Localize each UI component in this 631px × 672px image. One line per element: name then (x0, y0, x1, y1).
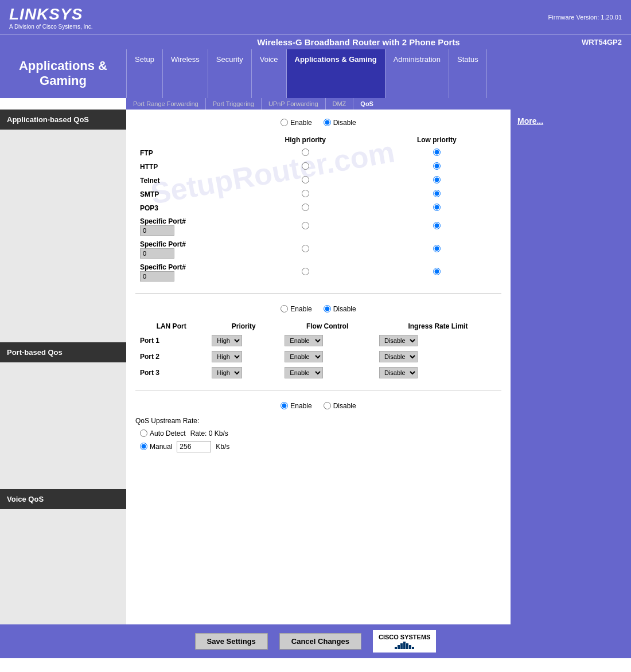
manual-radio[interactable] (140, 443, 147, 450)
port-qos-enable-radio[interactable] (281, 305, 288, 312)
app-qos-section: Enable Disable High priority Low priorit… (135, 119, 501, 294)
specific-port1-label: Specific Port# (135, 215, 239, 238)
table-row: FTP (135, 146, 501, 160)
pop3-high-radio[interactable] (302, 204, 309, 211)
auto-detect-radio[interactable] (140, 429, 147, 437)
port1-ingress-select[interactable]: DisableEnable (379, 335, 418, 346)
voice-qos-disable-radio[interactable] (324, 402, 331, 409)
right-panel: More... (511, 110, 631, 624)
app-qos-enable-label[interactable]: Enable (281, 119, 311, 127)
port2-label: Port 2 (135, 349, 207, 365)
sp1-high-radio[interactable] (302, 222, 309, 229)
app-qos-disable-radio[interactable] (324, 119, 331, 126)
telnet-low-radio[interactable] (433, 176, 441, 183)
lan-port-header: LAN Port (135, 320, 207, 333)
smtp-low-radio[interactable] (433, 190, 441, 197)
firmware-version: Firmware Version: 1.20.01 (548, 14, 622, 21)
port3-label: Port 3 (135, 365, 207, 381)
port-qos-section: Enable Disable LAN Port Priority Flow Co… (135, 305, 501, 390)
port3-priority-select[interactable]: HighLow (212, 367, 242, 378)
sidebar-item-port-qos[interactable]: Port-based Qos (0, 342, 126, 362)
port3-flow-select[interactable]: EnableDisable (285, 367, 323, 378)
telnet-high-radio[interactable] (302, 176, 309, 183)
port2-flow-select[interactable]: EnableDisable (285, 351, 323, 362)
port3-ingress-select[interactable]: DisableEnable (379, 367, 418, 378)
save-settings-button[interactable]: Save Settings (195, 633, 268, 650)
sub-tab-qos[interactable]: QoS (353, 98, 380, 110)
tab-apps-gaming[interactable]: Applications & Gaming (287, 49, 385, 98)
port2-ingress-select[interactable]: DisableEnable (379, 351, 418, 362)
sub-tab-port-range[interactable]: Port Range Forwarding (126, 98, 206, 110)
product-model: WRT54GP2 (582, 38, 622, 46)
nav-tabs: Setup Wireless Security Voice Applicatio… (126, 49, 631, 98)
manual-label[interactable]: Manual (140, 443, 172, 451)
specific-port3-label: Specific Port# (135, 261, 239, 284)
port-qos-disable-label[interactable]: Disable (324, 305, 356, 313)
port-qos-enable-row: Enable Disable (135, 305, 501, 313)
ftp-high-radio[interactable] (302, 149, 309, 156)
sp3-high-radio[interactable] (302, 268, 309, 275)
port-qos-disable-radio[interactable] (324, 305, 331, 312)
sub-tab-dmz[interactable]: DMZ (326, 98, 354, 110)
sidebar: Application-based QoS Port-based Qos Voi… (0, 110, 126, 624)
sp1-low-radio[interactable] (433, 222, 441, 229)
auto-rate-text: Rate: 0 Kb/s (190, 429, 228, 437)
port-qos-table: LAN Port Priority Flow Control Ingress R… (135, 320, 501, 381)
ftp-label: FTP (135, 146, 239, 160)
pop3-low-radio[interactable] (433, 204, 441, 211)
tab-setup[interactable]: Setup (126, 49, 163, 98)
auto-detect-row: Auto Detect Rate: 0 Kb/s (140, 429, 501, 437)
sub-tab-port-triggering[interactable]: Port Triggering (206, 98, 262, 110)
content-wrapper: Application-based QoS Port-based Qos Voi… (0, 110, 631, 624)
telnet-label: Telnet (135, 174, 239, 187)
port2-priority-select[interactable]: HighLow (212, 351, 242, 362)
specific-port1-input[interactable] (140, 225, 174, 236)
cisco-bars (395, 642, 414, 649)
port-qos-enable-label[interactable]: Enable (281, 305, 311, 313)
table-row: SMTP (135, 187, 501, 201)
logo-subtitle: A Division of Cisco Systems, Inc. (9, 24, 93, 30)
sidebar-item-app-qos[interactable]: Application-based QoS (0, 110, 126, 130)
http-low-radio[interactable] (433, 162, 441, 170)
more-link[interactable]: More... (517, 116, 543, 126)
table-row: Port 1 HighLow EnableDisable DisableEnab… (135, 333, 501, 349)
sp3-low-radio[interactable] (433, 268, 441, 275)
sp2-low-radio[interactable] (433, 245, 441, 252)
smtp-high-radio[interactable] (302, 190, 309, 197)
product-title: Wireless-G Broadband Router with 2 Phone… (135, 37, 582, 47)
voice-qos-enable-radio[interactable] (281, 402, 288, 409)
tab-administration[interactable]: Administration (385, 49, 449, 98)
specific-port2-input[interactable] (140, 248, 174, 259)
voice-qos-section: Enable Disable QoS Upstream Rate: Auto D… (135, 402, 501, 452)
cisco-bar-2 (398, 645, 400, 649)
specific-port3-input[interactable] (140, 271, 174, 282)
port1-flow-select[interactable]: EnableDisable (285, 335, 323, 346)
section-title: Applications & Gaming (0, 49, 126, 98)
flow-control-header: Flow Control (280, 320, 375, 333)
pop3-label: POP3 (135, 201, 239, 215)
smtp-label: SMTP (135, 187, 239, 201)
tab-wireless[interactable]: Wireless (163, 49, 208, 98)
auto-detect-label[interactable]: Auto Detect (140, 429, 186, 437)
tab-security[interactable]: Security (208, 49, 252, 98)
tab-status[interactable]: Status (449, 49, 487, 98)
manual-rate-input[interactable]: 256 (177, 441, 211, 452)
ftp-low-radio[interactable] (433, 149, 441, 156)
priority-header: Priority (207, 320, 280, 333)
voice-qos-disable-label[interactable]: Disable (324, 402, 356, 410)
sidebar-item-voice-qos[interactable]: Voice QoS (0, 489, 126, 509)
sub-tab-upnp[interactable]: UPnP Forwarding (262, 98, 326, 110)
http-label: HTTP (135, 160, 239, 174)
port1-priority-select[interactable]: HighLow (212, 335, 242, 346)
cisco-bar-5 (406, 643, 408, 649)
voice-qos-enable-label[interactable]: Enable (281, 402, 311, 410)
cisco-label: CISCO SYSTEMS (379, 634, 430, 640)
cisco-bar-1 (395, 647, 397, 649)
app-qos-enable-radio[interactable] (281, 119, 288, 126)
logo-area: LINKSYS A Division of Cisco Systems, Inc… (9, 5, 93, 30)
cancel-changes-button[interactable]: Cancel Changes (279, 633, 361, 650)
sp2-high-radio[interactable] (302, 245, 309, 252)
app-qos-disable-label[interactable]: Disable (324, 119, 356, 127)
tab-voice[interactable]: Voice (252, 49, 287, 98)
http-high-radio[interactable] (302, 162, 309, 170)
